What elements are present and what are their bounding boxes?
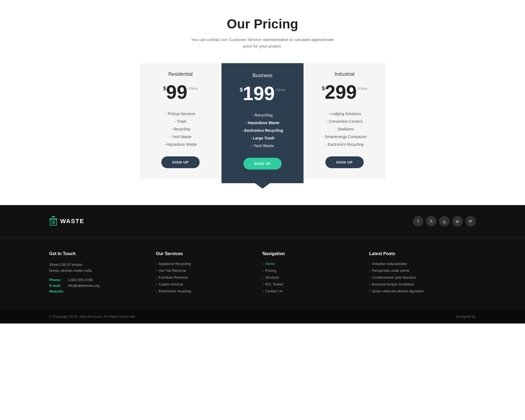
email-label: E-mail: — [49, 284, 66, 288]
service-item-label: Electronics recycling — [159, 289, 191, 293]
feature-item: - Yard Waste — [227, 142, 298, 150]
nav-item-pricing[interactable]: ›Pricing — [262, 269, 369, 273]
nav-item-contact[interactable]: ›Contact Us — [262, 289, 369, 293]
nav-item-rtl[interactable]: ›RTL Tested — [262, 282, 369, 286]
residential-amount: 99 — [166, 83, 187, 102]
address-line2: Donec ultricies mattis nulla. — [49, 269, 92, 273]
website-label: Website: — [49, 289, 66, 293]
chevron-icon: › — [156, 289, 157, 293]
residential-features: - Pickup Services - Trash - Recycling - … — [145, 110, 216, 148]
copyright: © Copyright 2019. Junk Removal. All Righ… — [49, 314, 135, 319]
industrial-price-wrapper: $ 299 /Once — [309, 83, 380, 102]
industrial-dollar: $ — [322, 85, 325, 92]
list-item[interactable]: ›Eiusmod tempor incididunt — [369, 282, 476, 286]
latest-posts-column: Latest Posts ›Voluptas nulla pariatur ›P… — [369, 251, 476, 296]
list-item[interactable]: ›Appliance Recycling — [156, 262, 262, 266]
chevron-icon: › — [369, 269, 370, 273]
pricing-title: Our Pricing — [5, 16, 520, 31]
business-features: - Recycling - Hazardous Waste - Eectroni… — [227, 111, 298, 150]
residential-card: Residential $ 99 /Once - Pickup Services… — [139, 63, 221, 179]
post-item-label: Eiusmod tempor incididunt — [372, 282, 414, 286]
phone-value: 1.800.555.6789 — [68, 278, 92, 282]
footer: WASTE f 𝕏 ◬ in P Get In Touch Street 238… — [0, 205, 525, 323]
residential-signup-button[interactable]: SIGN UP — [161, 156, 200, 168]
feature-item: - Hazardous Waste — [145, 141, 216, 148]
chevron-icon: › — [262, 282, 264, 286]
business-signup-button[interactable]: SIGN UP — [243, 158, 282, 170]
list-item[interactable]: ›Voluptas nulla pariatur — [369, 262, 476, 266]
facebook-button[interactable]: f — [413, 216, 423, 226]
chevron-icon: › — [369, 289, 370, 293]
list-item[interactable]: ›Furniture Removal — [156, 275, 262, 279]
twitter-button[interactable]: 𝕏 — [426, 216, 436, 226]
list-item[interactable]: ›Perspiciatis unde omnis — [369, 269, 476, 273]
address: Street 238,52 tempor Donec ultricies mat… — [49, 262, 156, 274]
email-contact: E-mail: info@sktthemes.org — [49, 284, 156, 288]
footer-logo-text: WASTE — [60, 218, 84, 225]
svg-rect-1 — [52, 216, 55, 217]
business-plan-name: Business — [227, 73, 298, 78]
industrial-signup-button[interactable]: SIGN UP — [325, 156, 364, 168]
post-item-label: Quam vehicula ultrices dignissim — [372, 289, 424, 293]
nav-item-label: Pricing — [265, 269, 276, 273]
instagram-button[interactable]: ◬ — [439, 216, 450, 226]
chevron-icon: › — [369, 276, 370, 279]
navigation-column: Navigation ›Home ›Pricing ›Services ›RTL… — [262, 251, 369, 296]
footer-logo: WASTE — [49, 216, 84, 226]
posts-list: ›Voluptas nulla pariatur ›Perspiciatis u… — [369, 262, 476, 293]
website-contact: Website: — [49, 289, 156, 293]
feature-item: - Yard Waste — [145, 133, 216, 141]
residential-period: /Once — [188, 86, 198, 91]
industrial-features: - Lodging Solutions - Convention Centers… — [309, 110, 380, 148]
chevron-icon: › — [262, 262, 264, 266]
chevron-icon: › — [262, 269, 264, 273]
list-item[interactable]: ›Carpet removal — [156, 282, 262, 286]
feature-item-hazardous: - Hazardous Waste — [227, 119, 298, 127]
post-item-label: Voluptas nulla pariatur — [372, 262, 407, 266]
chevron-icon: › — [156, 282, 157, 286]
linkedin-button[interactable]: in — [452, 216, 463, 226]
feature-item-large-trash: - Large Trash — [227, 134, 298, 142]
nav-item-label: Contact Us — [265, 289, 283, 293]
business-amount: 199 — [243, 84, 275, 103]
footer-columns: Get In Touch Street 238,52 tempor Donec … — [0, 238, 525, 310]
residential-dollar: $ — [163, 85, 166, 92]
residential-price-wrapper: $ 99 /Once — [145, 83, 216, 102]
feature-item: - Eectronics Recycling — [309, 141, 380, 148]
list-item[interactable]: ›Electronics recycling — [156, 289, 262, 293]
industrial-card: Industrial $ 299 /Once - Lodging Solutio… — [304, 63, 386, 179]
chevron-icon: › — [156, 262, 157, 266]
nav-item-home[interactable]: ›Home — [262, 262, 369, 266]
nav-item-label: RTL Tested — [265, 282, 283, 286]
phone-label: Phone: — [49, 278, 66, 282]
business-period: /Once — [276, 88, 285, 92]
feature-item: - Recycling — [145, 125, 216, 133]
nav-item-label: Home — [265, 262, 275, 266]
industrial-amount: 299 — [325, 83, 357, 102]
feature-item: - Trash — [145, 118, 216, 125]
feature-item-electronics: - Eectronics Recycling — [227, 127, 298, 134]
services-list: ›Appliance Recycling ›Hot Tub Removal ›F… — [156, 262, 262, 293]
pinterest-button[interactable]: P — [465, 216, 476, 226]
feature-item: - Convention Centers — [309, 118, 380, 125]
footer-bottom: © Copyright 2019. Junk Removal. All Righ… — [0, 310, 525, 323]
list-item[interactable]: ›Hot Tub Removal — [156, 269, 262, 273]
post-item-label: Perspiciatis unde omnis — [372, 269, 409, 273]
list-item[interactable]: ›Condimentum quis faucibus — [369, 275, 476, 279]
chevron-icon: › — [156, 269, 157, 273]
pricing-subtitle: You can contact our Customer Service rep… — [5, 36, 520, 49]
nav-item-services[interactable]: ›Services — [262, 275, 369, 279]
chevron-icon: › — [262, 276, 264, 279]
designed-by: Designed by — [456, 314, 476, 319]
residential-plan-name: Residential — [145, 71, 216, 77]
list-item[interactable]: ›Quam vehicula ultrices dignissim — [369, 289, 476, 293]
address-line1: Street 238,52 tempor — [49, 262, 83, 267]
feature-item: - Recycling — [227, 111, 298, 119]
feature-item: - Pickup Services — [145, 110, 216, 118]
chevron-icon: › — [262, 289, 264, 293]
nav-item-label: Services — [265, 275, 279, 279]
social-icons: f 𝕏 ◬ in P — [413, 216, 476, 226]
chevron-icon: › — [156, 276, 157, 279]
footer-top: WASTE f 𝕏 ◬ in P — [0, 205, 525, 238]
service-item-label: Hot Tub Removal — [159, 269, 186, 273]
